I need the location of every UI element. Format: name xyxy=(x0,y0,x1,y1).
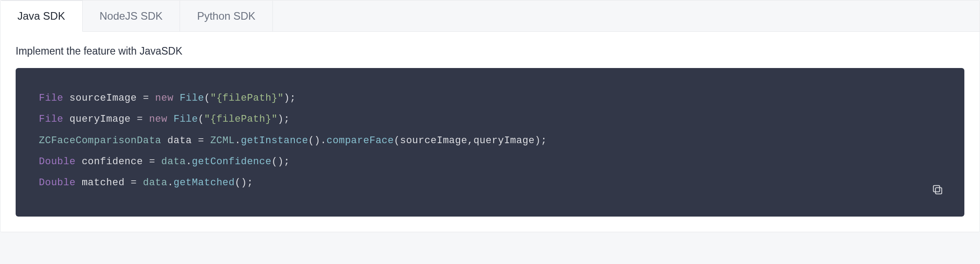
code-token-ident: sourceImage xyxy=(70,93,137,104)
code-token-ident: matched xyxy=(82,177,125,188)
code-token-kw: new xyxy=(149,114,168,125)
code-token-op: = xyxy=(137,114,143,125)
code-token-sp xyxy=(75,177,82,188)
code-token-punc: ; xyxy=(541,135,547,146)
code-token-sp xyxy=(131,114,137,125)
sdk-tabs-panel: Java SDK NodeJS SDK Python SDK Implement… xyxy=(0,0,980,232)
code-token-call: File xyxy=(173,114,198,125)
code-token-sp xyxy=(149,93,155,104)
tab-bar: Java SDK NodeJS SDK Python SDK xyxy=(0,0,980,32)
code-token-dot: . xyxy=(186,156,192,167)
tab-python-sdk[interactable]: Python SDK xyxy=(180,0,273,31)
svg-rect-0 xyxy=(935,188,942,194)
tab-nodejs-sdk[interactable]: NodeJS SDK xyxy=(83,0,180,31)
code-token-sp xyxy=(137,93,143,104)
code-token-punc: ( xyxy=(198,114,204,125)
code-token-sp xyxy=(143,114,149,125)
code-token-punc: () xyxy=(308,135,320,146)
code-token-call: File xyxy=(180,93,204,104)
code-token-dot: . xyxy=(320,135,327,146)
code-token-ident: queryImage xyxy=(473,135,535,146)
code-token-punc: ; xyxy=(284,114,290,125)
svg-rect-1 xyxy=(934,186,940,192)
code-token-sp xyxy=(204,135,210,146)
code-token-ident: confidence xyxy=(82,156,143,167)
code-token-dot: . xyxy=(235,135,241,146)
code-token-kw: new xyxy=(155,93,173,104)
code-token-punc: ) xyxy=(535,135,541,146)
code-token-punc: ; xyxy=(247,177,253,188)
code-token-sp xyxy=(161,135,168,146)
code-token-punc: ( xyxy=(204,93,210,104)
code-token-punc: ) xyxy=(284,93,290,104)
code-token-type: Double xyxy=(39,156,75,167)
code-token-type: File xyxy=(39,93,63,104)
code-token-op: = xyxy=(131,177,137,188)
code-token-sp xyxy=(63,114,70,125)
code-token-obj: data xyxy=(143,177,168,188)
code-token-obj: data xyxy=(161,156,186,167)
code-token-sp xyxy=(168,114,174,125)
code-token-punc: , xyxy=(467,135,473,146)
code-token-dot: . xyxy=(168,177,174,188)
code-token-sp xyxy=(63,93,70,104)
code-token-type: File xyxy=(39,114,63,125)
code-token-call: getInstance xyxy=(241,135,308,146)
code-token-punc: ; xyxy=(290,93,296,104)
code-token-sp xyxy=(155,156,161,167)
code-token-op: = xyxy=(143,93,149,104)
code-token-call: compareFace xyxy=(327,135,394,146)
code-token-sp xyxy=(192,135,198,146)
code-token-sp xyxy=(137,177,143,188)
code-token-prop: ZCML xyxy=(210,135,235,146)
code-token-punc: ) xyxy=(277,114,284,125)
code-token-sp xyxy=(125,177,131,188)
tab-java-sdk[interactable]: Java SDK xyxy=(0,0,83,32)
code-token-punc: ; xyxy=(284,156,290,167)
content-description: Implement the feature with JavaSDK xyxy=(16,45,964,57)
code-token-call: getConfidence xyxy=(192,156,272,167)
code-token-op: = xyxy=(198,135,204,146)
code-token-punc: ( xyxy=(394,135,400,146)
code-token-prop: ZCFaceComparisonData xyxy=(39,135,161,146)
code-token-op: = xyxy=(149,156,155,167)
code-token-sp xyxy=(75,156,82,167)
code-token-punc: () xyxy=(272,156,284,167)
code-token-ident: queryImage xyxy=(70,114,131,125)
code-token-str: "{filePath}" xyxy=(210,93,284,104)
code-token-punc: () xyxy=(235,177,247,188)
code-token-ident: sourceImage xyxy=(400,135,467,146)
code-token-str: "{filePath}" xyxy=(204,114,277,125)
code-token-sp xyxy=(173,93,180,104)
copy-icon[interactable] xyxy=(930,182,946,198)
code-token-sp xyxy=(143,156,149,167)
tab-content: Implement the feature with JavaSDK File … xyxy=(0,32,980,232)
code-token-type: Double xyxy=(39,177,75,188)
code-block: File sourceImage = new File("{filePath}"… xyxy=(16,68,964,217)
code-token-call: getMatched xyxy=(173,177,235,188)
code-token-ident: data xyxy=(168,135,192,146)
